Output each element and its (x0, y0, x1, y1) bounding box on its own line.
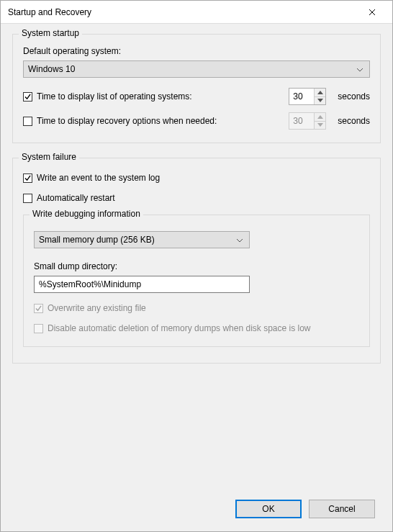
default-os-value: Windows 10 (28, 64, 75, 74)
dialog-buttons: OK Cancel (235, 500, 375, 518)
titlebar: Startup and Recovery (1, 1, 392, 24)
group-label-startup: System startup (19, 28, 82, 38)
row-write-event: Write an event to the system log (23, 173, 370, 183)
group-label-failure: System failure (19, 152, 79, 162)
spinner-down-icon[interactable] (315, 96, 325, 105)
dump-type-value: Small memory dump (256 KB) (39, 235, 155, 245)
checkbox-disable-delete (34, 324, 43, 333)
label-overwrite: Overwrite any existing file (48, 303, 146, 313)
chevron-down-icon (356, 64, 363, 74)
group-label-debug: Write debugging information (30, 209, 143, 219)
spinner-display-recovery-input (289, 113, 314, 129)
dump-type-combo[interactable]: Small memory dump (256 KB) (34, 231, 250, 248)
unit-display-recovery: seconds (338, 116, 370, 126)
default-os-label: Default operating system: (23, 46, 370, 56)
group-system-failure: System failure Write an event to the sys… (12, 158, 381, 364)
spinner-display-list[interactable] (289, 88, 326, 105)
group-system-startup: System startup Default operating system:… (12, 34, 381, 143)
window-title: Startup and Recovery (8, 7, 358, 17)
spinner-display-list-input[interactable] (289, 89, 314, 104)
ok-button[interactable]: OK (235, 500, 302, 518)
dialog-window: Startup and Recovery System startup Defa… (0, 0, 393, 532)
spinner-down-icon (315, 121, 325, 130)
row-auto-restart: Automatically restart (23, 193, 370, 203)
cancel-button[interactable]: Cancel (309, 500, 375, 518)
chevron-down-icon (236, 235, 243, 245)
checkbox-overwrite (34, 304, 43, 313)
dialog-content: System startup Default operating system:… (1, 24, 392, 531)
spinner-display-recovery (289, 112, 326, 130)
spinner-buttons-disabled (314, 113, 325, 129)
group-debug-info: Write debugging information Small memory… (23, 215, 370, 347)
dump-dir-label: Small dump directory: (34, 261, 359, 271)
spinner-buttons[interactable] (314, 89, 325, 104)
close-icon (369, 9, 376, 16)
checkbox-display-list[interactable] (23, 92, 32, 102)
checkbox-display-recovery[interactable] (23, 117, 32, 126)
label-disable-delete: Disable automatic deletion of memory dum… (48, 323, 311, 333)
unit-display-list: seconds (338, 91, 370, 102)
label-display-recovery: Time to display recovery options when ne… (37, 116, 217, 126)
checkbox-write-event[interactable] (23, 173, 32, 183)
label-write-event: Write an event to the system log (37, 173, 160, 183)
checkbox-auto-restart[interactable] (23, 194, 32, 203)
default-os-combo[interactable]: Windows 10 (23, 60, 370, 78)
row-disable-delete: Disable automatic deletion of memory dum… (34, 323, 359, 333)
dump-dir-input[interactable] (34, 276, 250, 293)
spinner-up-icon[interactable] (315, 89, 325, 96)
label-display-list: Time to display list of operating system… (37, 91, 192, 102)
spinner-up-icon (315, 113, 325, 121)
label-auto-restart: Automatically restart (37, 193, 115, 203)
close-button[interactable] (358, 2, 387, 22)
row-overwrite: Overwrite any existing file (34, 303, 359, 313)
row-display-list: Time to display list of operating system… (23, 88, 370, 105)
row-display-recovery: Time to display recovery options when ne… (23, 112, 370, 130)
